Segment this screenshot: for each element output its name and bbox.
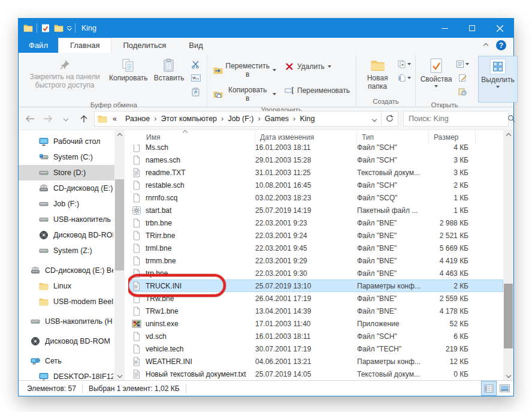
help-icon[interactable]: ? xyxy=(496,40,506,50)
open-button[interactable] xyxy=(455,58,470,70)
file-row[interactable]: restable.sch10.08.2001 16:45Файл "SCH"2 … xyxy=(128,179,503,191)
file-row[interactable]: rnrnfo.scq03.02.2003 18:23Файл "SCQ"1 КБ xyxy=(128,191,503,204)
collapse-ribbon-icon[interactable] xyxy=(483,43,488,47)
address-dropdown-icon[interactable] xyxy=(368,115,381,123)
qat-customize-icon[interactable] xyxy=(67,26,71,30)
paste-button[interactable]: Вставить xyxy=(151,56,188,84)
close-button[interactable] xyxy=(486,19,513,38)
paste-label: Вставить xyxy=(154,74,185,83)
new-folder-button[interactable]: Новая папка xyxy=(359,56,396,92)
forward-button[interactable] xyxy=(40,112,56,126)
file-row[interactable]: vehicle.tech30.07.2001 17:19Файл "TECH"2… xyxy=(128,342,503,355)
qat-new-folder-icon[interactable] xyxy=(54,23,64,33)
sidebar-item[interactable]: Job (F:) xyxy=(19,196,114,212)
breadcrumb-segment[interactable]: Разное xyxy=(123,115,152,123)
sidebar-item[interactable]: Linux xyxy=(19,278,114,294)
maximize-button[interactable] xyxy=(458,19,486,38)
file-row[interactable]: readme.TXT31.01.2003 11:25Текстовый доку… xyxy=(128,166,503,179)
file-row[interactable]: Новый текстовый документ.txt25.07.2019 1… xyxy=(128,368,503,380)
sidebar-item[interactable]: Дисковод BD-ROM xyxy=(19,227,114,243)
select-button[interactable]: Выделить xyxy=(478,56,518,103)
minimize-button[interactable] xyxy=(431,19,458,38)
scrollbar-thumb[interactable] xyxy=(115,179,124,270)
breadcrumb-segment[interactable]: Этот компьютер xyxy=(159,115,219,123)
sidebar-item[interactable]: Store (D:) xyxy=(19,165,114,181)
column-header-date[interactable]: Дата изменения xyxy=(255,130,357,145)
new-item-button[interactable] xyxy=(397,58,412,70)
sidebar-item[interactable]: USB-modem Beeli xyxy=(19,294,114,309)
file-row[interactable]: TRw1.bne13.04.2001 14:39Файл "BNE"4 178 … xyxy=(128,305,503,317)
edit-button[interactable] xyxy=(455,72,470,84)
address-bar[interactable]: «Разное›Этот компьютер›Job (F:)›Games›Ki… xyxy=(94,111,398,127)
up-button[interactable] xyxy=(76,112,92,126)
file-row[interactable]: uninst.exe17.01.2003 11:40Приложение52 К… xyxy=(128,317,503,330)
file-date: 26.04.2001 17:19 xyxy=(255,294,357,303)
copy-button[interactable]: Копировать xyxy=(106,56,151,84)
breadcrumb-segment[interactable]: Job (F:) xyxy=(226,115,255,123)
back-button[interactable] xyxy=(22,112,38,126)
filelist-scrollbar[interactable] xyxy=(503,130,513,380)
file-row[interactable]: TRirr.bne22.03.2001 9:24Файл "BNE"2 521 … xyxy=(128,229,503,242)
pin-quick-access-button[interactable]: Закрепить на панели быстрого доступа xyxy=(23,56,106,91)
rename-button[interactable]: Переименовать xyxy=(281,83,353,98)
select-grid-icon xyxy=(490,59,506,74)
tab-Поделиться[interactable]: Поделиться xyxy=(111,38,177,53)
breadcrumb-segment[interactable]: Games xyxy=(263,115,291,123)
page-file-icon xyxy=(132,218,141,228)
refresh-button[interactable] xyxy=(381,111,398,127)
search-input[interactable] xyxy=(404,115,507,123)
sidebar-item[interactable]: Дисковод BD-ROM xyxy=(19,333,114,349)
sidebar-item[interactable]: USB-накопитель ( xyxy=(19,212,114,227)
file-row[interactable]: vd.sch16.01.2003 18:11Файл "SCH"6 КБ xyxy=(128,330,503,342)
file-row[interactable]: Ms.sch16.01.2003 18:11Файл "SCH"4 КБ xyxy=(128,145,503,154)
tab-Файл[interactable]: Файл xyxy=(19,38,58,53)
thumbnails-view-button[interactable] xyxy=(497,381,512,396)
cut-button[interactable] xyxy=(189,58,203,70)
sidebar-item[interactable]: DESKTOP-18IF12O xyxy=(19,369,114,380)
tab-Главная[interactable]: Главная xyxy=(58,38,111,53)
sidebar-item-label: CD-дисковод (E:) Be xyxy=(45,266,113,275)
file-row[interactable]: start.bat25.07.2019 14:19Пакетный файл .… xyxy=(128,204,503,216)
breadcrumb-segment[interactable]: King xyxy=(298,115,316,123)
scroll-down-icon[interactable] xyxy=(114,370,125,380)
search-icon[interactable] xyxy=(507,115,520,122)
column-header-name[interactable]: Имя xyxy=(128,130,255,145)
delete-button[interactable]: Удалить xyxy=(281,59,353,74)
file-row[interactable]: trmm.bne22.03.2001 9:29Файл "BNE"4 419 К… xyxy=(128,254,503,267)
sidebar-item[interactable]: Рабочий стол xyxy=(19,134,114,149)
scroll-down-icon[interactable] xyxy=(503,370,513,380)
status-divider xyxy=(186,384,186,393)
sidebar-scrollbar[interactable] xyxy=(114,130,125,380)
column-header-type[interactable]: Тип xyxy=(357,130,429,145)
sidebar-item[interactable]: CD-дисковод (E:) Be xyxy=(19,263,114,278)
page-file-icon xyxy=(132,155,141,165)
easy-access-button[interactable] xyxy=(397,72,412,84)
sidebar-item[interactable]: System (C:) xyxy=(19,149,114,165)
sidebar-item[interactable]: USB-накопитель (H xyxy=(19,314,114,329)
sidebar-item[interactable]: Сеть xyxy=(19,353,114,369)
file-row[interactable]: trbn.bne22.03.2001 9:23Файл "BNE"2 988 К… xyxy=(128,216,503,229)
paste-shortcut-button[interactable] xyxy=(189,86,203,98)
recent-locations-button[interactable] xyxy=(58,112,74,126)
copy-to-button[interactable]: Копировать в xyxy=(210,83,280,105)
column-header-size[interactable]: Размер xyxy=(429,130,476,145)
scrollbar-thumb[interactable] xyxy=(504,284,513,348)
history-button[interactable] xyxy=(455,86,470,98)
copy-path-button[interactable] xyxy=(189,72,203,84)
file-date: 25.07.2019 13:10 xyxy=(255,282,357,290)
file-size: 3 КБ xyxy=(429,169,476,177)
file-row[interactable]: names.sch29.01.2003 15:28Файл "SCH"3 КБ xyxy=(128,154,503,166)
file-row[interactable]: WEATHER.INI04.06.2001 13:21Параметры кон… xyxy=(128,355,503,368)
scroll-up-icon[interactable] xyxy=(114,130,125,140)
details-view-button[interactable] xyxy=(481,381,497,396)
move-to-button[interactable]: Переместить в xyxy=(210,59,280,81)
tab-Вид[interactable]: Вид xyxy=(177,38,214,53)
page-file-icon xyxy=(132,332,141,341)
breadcrumb-collapsed[interactable]: « xyxy=(111,115,119,123)
scroll-up-icon[interactable] xyxy=(503,130,513,140)
sidebar-item[interactable]: CD-дисковод (E:) B xyxy=(19,181,114,196)
sidebar-item[interactable]: System (Z:) xyxy=(19,243,114,258)
qat-properties-icon[interactable] xyxy=(41,23,50,33)
file-row[interactable]: trml.bne22.03.2001 9:45Файл "BNE"5 669 К… xyxy=(128,242,503,254)
properties-button[interactable]: Свойства xyxy=(418,56,454,89)
